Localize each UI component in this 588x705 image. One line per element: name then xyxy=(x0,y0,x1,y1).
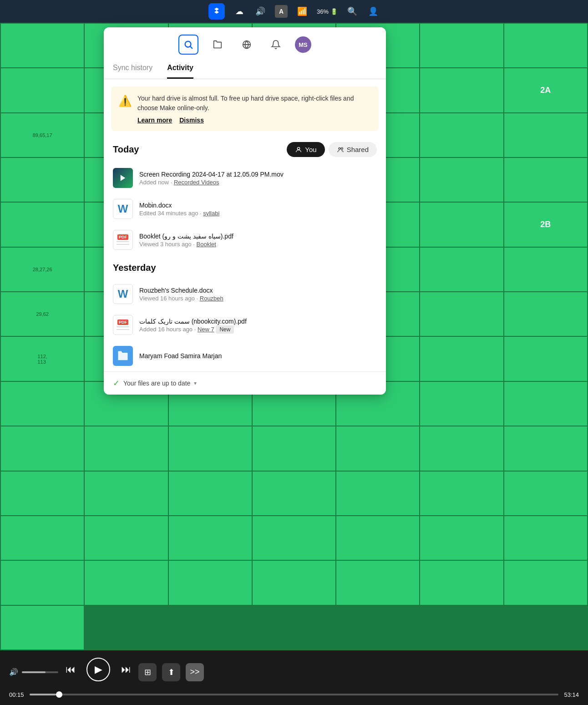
tab-sync-history[interactable]: Sync history xyxy=(113,60,152,79)
cell xyxy=(85,472,167,515)
cell xyxy=(1,158,84,202)
total-time: 53:14 xyxy=(564,691,579,698)
cell xyxy=(336,472,419,515)
cell xyxy=(420,203,503,246)
pdf-file-icon: PDF xyxy=(113,230,133,250)
cell: 2A xyxy=(504,68,587,112)
rewind-button[interactable]: ⏮ xyxy=(66,664,76,675)
volume-control: 🔊 xyxy=(9,668,58,676)
play-button[interactable]: ▶ xyxy=(86,658,110,681)
cell xyxy=(504,426,587,470)
cell: 2B xyxy=(504,203,587,246)
avatar[interactable]: MS xyxy=(295,36,311,53)
warning-icon: ⚠️ xyxy=(118,95,132,107)
files-button[interactable] xyxy=(208,35,228,55)
font-icon[interactable]: A xyxy=(275,5,288,18)
cell xyxy=(253,516,335,560)
cell xyxy=(336,561,419,604)
yesterday-label: Yesterday xyxy=(113,263,156,273)
learn-more-link[interactable]: Learn more xyxy=(137,117,172,124)
cell xyxy=(253,561,335,604)
volume-icon[interactable]: 🔊 xyxy=(254,5,267,18)
cell: 112,113 xyxy=(1,337,84,380)
cell xyxy=(420,426,503,470)
cell xyxy=(420,68,503,112)
files-status-bar[interactable]: ✓ Your files are up to date ▾ xyxy=(104,371,386,395)
you-toggle[interactable]: You xyxy=(287,142,324,157)
status-label: Your files are up to date xyxy=(123,380,190,387)
cell xyxy=(169,561,252,604)
battery-indicator: 36% 🔋 xyxy=(317,8,338,15)
warning-banner: ⚠️ Your hard drive is almost full. To fr… xyxy=(111,86,379,131)
file-item[interactable]: W Mobin.docx Edited 34 minutes ago · syl… xyxy=(104,193,386,224)
svg-marker-6 xyxy=(121,175,126,181)
notifications-button[interactable] xyxy=(266,35,286,55)
skip-button[interactable]: >> xyxy=(186,663,204,681)
share-button[interactable]: ⬆ xyxy=(162,663,180,681)
volume-bar[interactable] xyxy=(22,671,58,673)
cell xyxy=(504,24,587,67)
layout-button[interactable]: ⊞ xyxy=(138,663,157,681)
file-location-link[interactable]: Recorded Videos xyxy=(174,179,219,186)
word-file-icon: W xyxy=(113,284,133,304)
fast-forward-button[interactable]: ⏭ xyxy=(121,664,131,675)
timeline-bar[interactable] xyxy=(30,694,559,695)
folder-file-icon xyxy=(113,346,133,366)
file-meta: Added now · Recorded Videos xyxy=(139,179,377,186)
cell xyxy=(420,516,503,560)
cell xyxy=(504,158,587,202)
file-location-link[interactable]: New 7 xyxy=(198,326,214,333)
search-button[interactable] xyxy=(178,35,198,55)
file-name: سمت تاریک کلمات (nbookcity.com).pdf xyxy=(139,318,377,325)
player-timeline: 00:15 53:14 xyxy=(9,691,579,698)
cell xyxy=(504,561,587,604)
file-item[interactable]: Screen Recording 2024-04-17 at 12.05.09 … xyxy=(104,162,386,193)
cell xyxy=(169,472,252,515)
cell xyxy=(169,516,252,560)
file-location-link[interactable]: Booklet xyxy=(197,241,216,248)
cell xyxy=(336,516,419,560)
today-label: Today xyxy=(113,144,139,155)
cell xyxy=(420,292,503,336)
file-info: Mobin.docx Edited 34 minutes ago · sylla… xyxy=(139,202,377,217)
globe-button[interactable] xyxy=(237,35,257,55)
file-location-link[interactable]: syllabi xyxy=(203,210,219,217)
file-item[interactable]: PDF سمت تاریک کلمات (nbookcity.com).pdf … xyxy=(104,309,386,340)
chevron-down-icon: ▾ xyxy=(194,380,197,386)
dropbox-menubar-icon[interactable] xyxy=(208,3,225,20)
view-toggle: You Shared xyxy=(287,142,377,157)
file-name: Maryam Foad Samira Marjan xyxy=(139,352,377,360)
player-extras: ⊞ ⬆ >> xyxy=(138,663,204,681)
timeline-thumb xyxy=(56,691,62,698)
cell xyxy=(85,516,167,560)
file-meta: Edited 34 minutes ago · syllabi xyxy=(139,210,377,217)
file-info: Rouzbeh's Schedule.docx Viewed 16 hours … xyxy=(139,287,377,302)
svg-point-5 xyxy=(341,147,343,149)
cell xyxy=(504,292,587,336)
shared-toggle[interactable]: Shared xyxy=(329,142,377,157)
cell xyxy=(420,248,503,291)
tab-activity[interactable]: Activity xyxy=(167,60,193,79)
cell xyxy=(1,426,84,470)
file-info: سمت تاریک کلمات (nbookcity.com).pdf Adde… xyxy=(139,318,377,333)
cell xyxy=(420,472,503,515)
user-menubar-icon[interactable]: 👤 xyxy=(367,5,380,18)
volume-icon: 🔊 xyxy=(9,668,18,676)
new-badge: New xyxy=(216,325,234,334)
file-item[interactable]: Maryam Foad Samira Marjan xyxy=(104,340,386,371)
today-section-header: Today You Shared xyxy=(104,138,386,162)
cell xyxy=(420,113,503,157)
file-item[interactable]: W Rouzbeh's Schedule.docx Viewed 16 hour… xyxy=(104,279,386,309)
cell xyxy=(85,426,167,470)
search-menubar-icon[interactable]: 🔍 xyxy=(346,5,359,18)
svg-line-1 xyxy=(190,46,192,48)
cell xyxy=(336,426,419,470)
file-name: Booklet (سیاه سفید پشت و رو).pdf xyxy=(139,233,377,240)
file-info: Screen Recording 2024-04-17 at 12.05.09 … xyxy=(139,171,377,186)
dismiss-link[interactable]: Dismiss xyxy=(179,117,204,124)
file-item[interactable]: PDF Booklet (سیاه سفید پشت و رو).pdf Vie… xyxy=(104,224,386,255)
svg-point-4 xyxy=(339,147,340,149)
file-location-link[interactable]: Rouzbeh xyxy=(200,295,223,302)
current-time: 00:15 xyxy=(9,691,24,698)
cell xyxy=(420,158,503,202)
